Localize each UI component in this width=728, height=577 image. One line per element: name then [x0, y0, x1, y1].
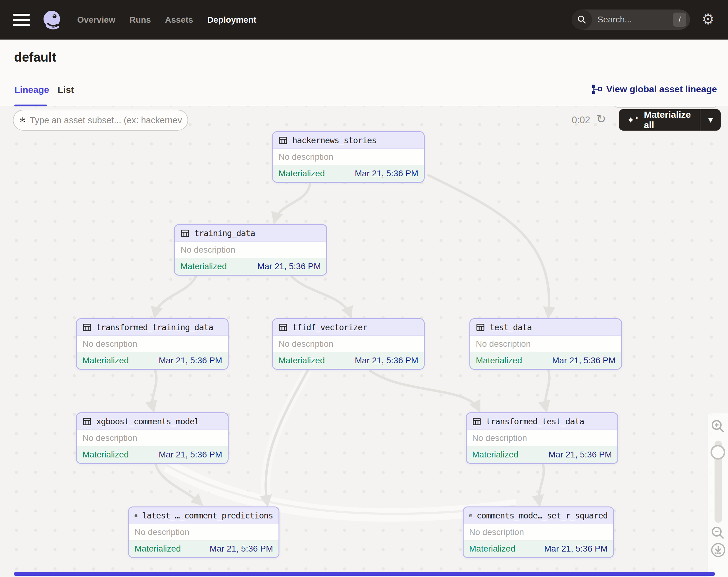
asset-description: No description	[464, 524, 613, 541]
asset-node-header: latest_…_comment_predictions	[129, 507, 279, 524]
nav-links: Overview Runs Assets Deployment	[77, 15, 257, 25]
asset-node-test_data[interactable]: test_dataNo descriptionMaterializedMar 2…	[469, 318, 622, 370]
materialization-timestamp: Mar 21, 5:36 PM	[544, 544, 607, 554]
asset-description: No description	[470, 336, 621, 352]
table-icon	[134, 511, 137, 520]
asset-description: No description	[77, 336, 228, 352]
materialization-timestamp: Mar 21, 5:36 PM	[355, 169, 418, 178]
materialization-timestamp: Mar 21, 5:36 PM	[552, 356, 616, 366]
dagster-logo[interactable]	[42, 9, 62, 30]
zoom-slider-thumb[interactable]	[710, 445, 725, 459]
materialization-timestamp: Mar 21, 5:36 PM	[159, 356, 222, 366]
materialized-status: Materialized	[472, 450, 518, 459]
graph-refresh-icon[interactable]: ↻	[596, 112, 606, 126]
lineage-graph-icon	[592, 84, 602, 95]
asset-node-tfidf_vectorizer[interactable]: tfidf_vectorizerNo descriptionMaterializ…	[272, 318, 425, 370]
materialize-all-button[interactable]: ✦✦ Materialize all ▼	[619, 109, 721, 131]
sparkle-icon: ✦✦	[627, 115, 639, 125]
asset-description: No description	[129, 524, 279, 541]
asset-node-latest__comment_predictions[interactable]: latest_…_comment_predictionsNo descripti…	[128, 506, 280, 558]
asset-node-footer: MaterializedMar 21, 5:36 PM	[77, 446, 228, 463]
horizontal-scrollbar[interactable]	[14, 572, 715, 576]
table-icon	[82, 417, 92, 426]
table-icon	[180, 229, 190, 238]
asset-name: xgboost_comments_model	[96, 417, 199, 426]
top-navigation-bar: Overview Runs Assets Deployment Search..…	[0, 0, 728, 40]
table-icon	[472, 417, 482, 426]
asset-name: transformed_training_data	[96, 323, 213, 332]
page-title: default	[14, 50, 56, 65]
asset-name: transformed_test_data	[486, 417, 584, 426]
asset-description: No description	[467, 430, 617, 446]
search-icon	[572, 9, 592, 30]
materialize-all-label: Materialize all	[644, 109, 700, 130]
asset-name: training_data	[194, 228, 255, 238]
view-global-asset-lineage-label: View global asset lineage	[606, 84, 717, 95]
search-placeholder: Search...	[597, 15, 673, 25]
materialization-timestamp: Mar 21, 5:36 PM	[159, 450, 222, 459]
asset-node-footer: MaterializedMar 21, 5:36 PM	[77, 352, 228, 369]
asset-node-hackernews_stories[interactable]: hackernews_storiesNo descriptionMaterial…	[272, 131, 425, 183]
materialization-timestamp: Mar 21, 5:36 PM	[548, 450, 612, 459]
nav-item-overview[interactable]: Overview	[77, 15, 115, 25]
materialized-status: Materialized	[469, 544, 515, 554]
asset-node-header: hackernews_stories	[273, 132, 424, 149]
asset-description: No description	[175, 242, 326, 258]
view-global-asset-lineage-link[interactable]: View global asset lineage	[592, 84, 717, 95]
materialized-status: Materialized	[476, 356, 522, 366]
table-icon	[469, 511, 472, 520]
asset-node-footer: MaterializedMar 21, 5:36 PM	[129, 541, 279, 557]
tab-lineage[interactable]: Lineage	[15, 84, 49, 95]
materialized-status: Materialized	[134, 544, 181, 554]
asset-node-header: transformed_test_data	[467, 413, 617, 430]
nav-item-assets[interactable]: Assets	[165, 15, 193, 25]
asset-node-transformed_test_data[interactable]: transformed_test_dataNo descriptionMater…	[466, 412, 618, 464]
asset-name: test_data	[490, 323, 531, 332]
asset-node-footer: MaterializedMar 21, 5:36 PM	[467, 446, 617, 463]
asset-description: No description	[273, 336, 424, 352]
materialized-status: Materialized	[279, 356, 325, 366]
table-icon	[279, 136, 288, 145]
asset-node-comments_mode_set_r_squared[interactable]: comments_mode…_set_r_squaredNo descripti…	[463, 506, 614, 558]
asset-node-footer: MaterializedMar 21, 5:36 PM	[470, 352, 621, 369]
refresh-timer: 0:02	[572, 115, 590, 126]
settings-gear-icon[interactable]: ⚙	[699, 10, 717, 28]
nav-item-deployment[interactable]: Deployment	[207, 15, 256, 25]
asset-node-training_data[interactable]: training_dataNo descriptionMaterializedM…	[174, 224, 327, 276]
asset-node-xgboost_comments_model[interactable]: xgboost_comments_modelNo descriptionMate…	[76, 412, 229, 464]
asset-node-header: transformed_training_data	[77, 319, 228, 336]
table-icon	[279, 323, 288, 332]
asset-node-footer: MaterializedMar 21, 5:36 PM	[175, 258, 326, 275]
asset-description: No description	[273, 149, 424, 165]
asset-node-header: comments_mode…_set_r_squared	[464, 507, 613, 524]
nav-item-runs[interactable]: Runs	[130, 15, 151, 25]
tab-list[interactable]: List	[58, 84, 74, 95]
asset-node-header: xgboost_comments_model	[77, 413, 228, 430]
materialization-timestamp: Mar 21, 5:36 PM	[210, 544, 273, 554]
materialize-dropdown-caret[interactable]: ▼	[700, 115, 721, 125]
download-image-button[interactable]	[710, 542, 726, 558]
filter-placeholder: Type an asset subset... (ex: hackernev	[30, 115, 182, 125]
asset-node-footer: MaterializedMar 21, 5:36 PM	[464, 541, 613, 557]
asset-name: comments_mode…_set_r_squared	[477, 511, 607, 520]
active-tab-indicator	[15, 104, 47, 106]
materialized-status: Materialized	[279, 169, 325, 178]
asset-node-transformed_training_data[interactable]: transformed_training_dataNo descriptionM…	[76, 318, 229, 370]
zoom-in-button[interactable]	[710, 418, 726, 434]
search-shortcut-key: /	[673, 12, 686, 27]
hamburger-menu-icon[interactable]	[13, 14, 30, 26]
asset-name: hackernews_stories	[292, 135, 376, 145]
asset-node-header: training_data	[175, 225, 326, 242]
materialized-status: Materialized	[82, 356, 129, 366]
search-input[interactable]: Search... /	[572, 9, 690, 30]
asset-node-footer: MaterializedMar 21, 5:36 PM	[273, 352, 424, 369]
table-icon	[82, 323, 92, 332]
page-header: default Asset Group in ml_ops.py ↻ ↻ Rel…	[0, 40, 728, 77]
tabs-row: Lineage List View global asset lineage	[0, 77, 728, 106]
op-selector-icon	[19, 115, 26, 126]
asset-subset-filter-input[interactable]: Type an asset subset... (ex: hackernev	[13, 110, 188, 131]
zoom-out-button[interactable]	[710, 525, 726, 541]
asset-name: tfidf_vectorizer	[292, 323, 367, 332]
materialization-timestamp: Mar 21, 5:36 PM	[257, 261, 321, 271]
asset-node-footer: MaterializedMar 21, 5:36 PM	[273, 165, 424, 182]
